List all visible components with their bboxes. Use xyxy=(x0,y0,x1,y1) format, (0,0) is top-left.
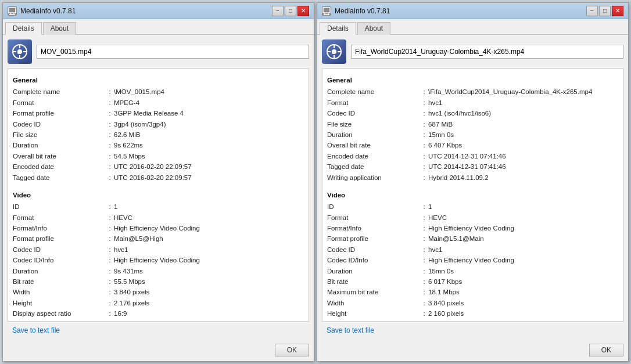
svg-text:i: i xyxy=(17,50,19,55)
info-colon: : xyxy=(420,129,428,140)
close-button-1[interactable]: ✕ xyxy=(297,6,309,16)
info-value: 3 840 pixels xyxy=(114,287,304,297)
info-label: Tagged date xyxy=(327,161,420,172)
ok-button-1[interactable]: OK xyxy=(275,344,309,356)
info-colon: : xyxy=(420,223,428,233)
section-title: General xyxy=(13,75,304,85)
info-row: Complete name:\MOV_0015.mp4 xyxy=(13,87,304,97)
info-label: Duration xyxy=(327,266,420,276)
maximize-button-2[interactable]: □ xyxy=(599,6,611,16)
info-colon: : xyxy=(106,255,114,265)
info-colon: : xyxy=(106,151,114,161)
info-row: Bit rate:6 017 Kbps xyxy=(327,276,618,287)
info-colon: : xyxy=(106,223,114,233)
info-label: File size xyxy=(327,119,420,129)
filename-input-1[interactable] xyxy=(37,45,309,59)
info-row: Overall bit rate:6 407 Kbps xyxy=(327,140,618,150)
info-label: File size xyxy=(13,129,106,140)
info-value: UTC 2014-12-31 07:41:46 xyxy=(428,161,618,172)
info-value: 3GPP Media Release 4 xyxy=(114,108,304,118)
info-row: Format profile:3GPP Media Release 4 xyxy=(13,108,304,118)
info-scroll-1[interactable]: GeneralComplete name:\MOV_0015.mp4Format… xyxy=(8,69,309,322)
info-colon: : xyxy=(106,287,114,297)
info-value: Main@L5@High xyxy=(114,233,304,244)
info-label: Overall bit rate xyxy=(327,140,420,150)
title-bar-left-2: MediaInfo v0.7.81 xyxy=(322,6,390,16)
window-1: MediaInfo v0.7.81 − □ ✕ Details About i xyxy=(2,2,314,362)
info-label: Format/Info xyxy=(13,223,106,233)
info-spacer xyxy=(13,183,304,188)
content-area-1: i GeneralComplete name:\MOV_0015.mp4Form… xyxy=(3,35,314,341)
info-colon: : xyxy=(420,98,428,108)
svg-text:i: i xyxy=(332,50,333,55)
info-label: Bit rate xyxy=(13,276,106,287)
info-colon: : xyxy=(420,298,428,308)
info-value: 2 160 pixels xyxy=(428,308,618,319)
minimize-button-2[interactable]: − xyxy=(586,6,598,16)
info-colon: : xyxy=(420,287,428,297)
info-colon: : xyxy=(420,161,428,172)
info-value: 1 xyxy=(428,201,618,212)
info-row: Writing application:Hybrid 2014.11.09.2 xyxy=(327,172,618,183)
file-header-1: i xyxy=(8,39,309,64)
info-label: Codec ID/Info xyxy=(327,255,420,265)
info-row: Format:MPEG-4 xyxy=(13,98,304,108)
maximize-button-1[interactable]: □ xyxy=(285,6,296,16)
info-scroll-2[interactable]: GeneralComplete name:\Fifa_WorldCup2014_… xyxy=(322,69,623,322)
media-icon-1: i xyxy=(8,39,32,64)
info-label: Width xyxy=(13,287,106,297)
info-row: File size:62.6 MiB xyxy=(13,129,304,140)
info-label: Width xyxy=(327,298,420,308)
title-text-1: MediaInfo v0.7.81 xyxy=(20,7,76,15)
info-row: Format profile:Main@L5@High xyxy=(13,233,304,244)
info-label: Height xyxy=(327,308,420,319)
info-value: 6 017 Kbps xyxy=(428,276,618,287)
info-label: Codec ID xyxy=(327,108,420,118)
info-row: Format profile:Main@L5.1@Main xyxy=(327,233,618,244)
info-row: Duration:9s 622ms xyxy=(13,140,304,150)
info-value: 2 176 pixels xyxy=(114,298,304,308)
save-link-2[interactable]: Save to text file xyxy=(327,326,374,334)
info-colon: : xyxy=(106,212,114,223)
info-label: Format/Info xyxy=(327,223,420,233)
info-label: Codec ID/Info xyxy=(13,255,106,265)
info-label: Format xyxy=(13,212,106,223)
info-value: Hybrid 2014.11.09.2 xyxy=(428,172,618,183)
info-colon: : xyxy=(106,201,114,212)
info-value: High Efficiency Video Coding xyxy=(428,223,618,233)
tab-about-2[interactable]: About xyxy=(357,22,390,35)
info-colon: : xyxy=(420,276,428,287)
info-row: Display aspect ratio:16:9 xyxy=(327,319,618,322)
info-label: Display aspect ratio xyxy=(327,319,420,322)
info-colon: : xyxy=(106,308,114,319)
tab-details-2[interactable]: Details xyxy=(320,22,356,35)
info-value: 9s 431ms xyxy=(114,266,304,276)
info-row: Codec ID:hvc1 xyxy=(13,244,304,255)
close-button-2[interactable]: ✕ xyxy=(612,6,623,16)
info-colon: : xyxy=(106,129,114,140)
info-value: UTC 2014-12-31 07:41:46 xyxy=(428,151,618,161)
content-area-2: i GeneralComplete name:\Fifa_WorldCup201… xyxy=(317,35,628,341)
info-value: 15mn 0s xyxy=(428,266,618,276)
info-colon: : xyxy=(420,108,428,118)
info-value: \MOV_0015.mp4 xyxy=(114,87,304,97)
info-row: Width:3 840 pixels xyxy=(13,287,304,297)
info-value: MPEG-4 xyxy=(114,98,304,108)
app-icon-2 xyxy=(322,6,331,16)
info-row: Encoded date:UTC 2014-12-31 07:41:46 xyxy=(327,151,618,161)
save-link-1[interactable]: Save to text file xyxy=(12,326,60,334)
info-value: 54.5 Mbps xyxy=(114,151,304,161)
filename-input-2[interactable] xyxy=(351,45,623,59)
minimize-button-1[interactable]: − xyxy=(272,6,284,16)
info-value: UTC 2016-02-20 22:09:57 xyxy=(114,172,304,183)
svg-rect-11 xyxy=(323,8,330,13)
title-buttons-1: − □ ✕ xyxy=(272,6,309,16)
tab-details-1[interactable]: Details xyxy=(5,22,42,35)
info-colon: : xyxy=(106,319,114,322)
tab-about-1[interactable]: About xyxy=(43,22,76,35)
info-row: Tagged date:UTC 2016-02-20 22:09:57 xyxy=(13,172,304,183)
ok-button-2[interactable]: OK xyxy=(589,344,623,356)
info-colon: : xyxy=(106,172,114,183)
info-value: 16:9 xyxy=(428,319,618,322)
info-label: Encoded date xyxy=(13,161,106,172)
